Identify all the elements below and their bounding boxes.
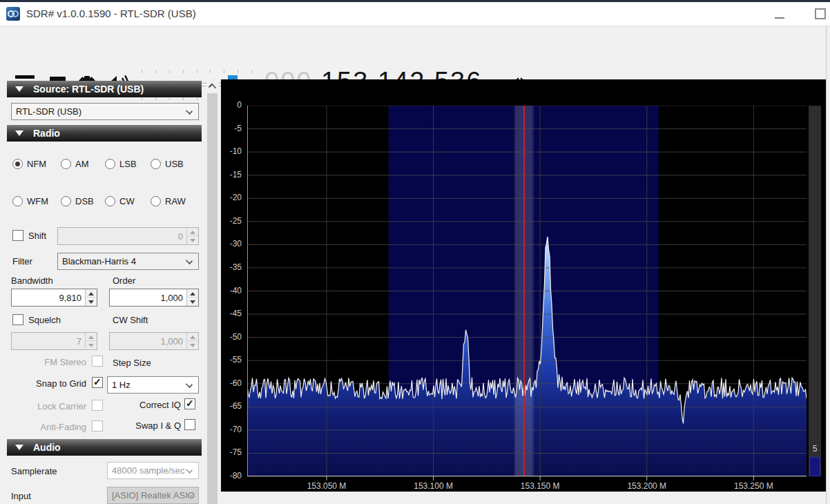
correct-iq-label: Correct IQ	[104, 400, 181, 410]
db-tick-label: 0	[237, 100, 242, 110]
source-panel-header[interactable]: Source: RTL-SDR (USB)	[7, 81, 202, 97]
mode-radio-dsb[interactable]: DSB	[61, 196, 99, 208]
cw-shift-label: CW Shift	[113, 315, 148, 325]
spectrum-db-axis: 0-5-10-15-20-25-30-35-40-45-50-55-60-65-…	[221, 106, 244, 476]
db-tick-label: -55	[230, 355, 242, 365]
squelch-field: 7	[11, 332, 97, 350]
swap-iq-checkbox[interactable]	[184, 419, 195, 430]
correct-iq-checkbox[interactable]	[184, 398, 195, 409]
audio-panel-title: Audio	[33, 442, 61, 453]
radio-button-icon[interactable]	[105, 196, 115, 206]
bandwidth-spinner[interactable]	[85, 289, 97, 306]
cw-shift-spinner	[186, 333, 198, 349]
mode-radio-cw[interactable]: CW	[105, 196, 141, 208]
radio-button-icon[interactable]	[151, 196, 161, 206]
cw-shift-value: 1,000	[160, 336, 183, 347]
db-tick-label: -30	[230, 240, 242, 249]
audio-panel-header[interactable]: Audio	[7, 439, 202, 456]
spin-up-icon	[86, 333, 97, 341]
mode-radio-am[interactable]: AM	[61, 159, 97, 171]
radio-panel-header[interactable]: Radio	[7, 125, 202, 142]
mode-radio-nfm[interactable]: NFM	[12, 159, 55, 171]
db-tick-label: -25	[230, 216, 242, 226]
shift-value: 0	[178, 231, 183, 242]
radio-button-icon[interactable]	[151, 159, 161, 169]
anti-fading-checkbox	[92, 420, 103, 432]
spin-up-icon[interactable]	[187, 289, 198, 298]
scrollbar-up-arrow-icon[interactable]	[206, 79, 218, 92]
squelch-value: 7	[77, 336, 81, 347]
spectrum-frequency-axis: 153.050 M153.100 M153.150 M153.200 M153.…	[247, 481, 807, 492]
sidebar-scrollbar[interactable]	[206, 79, 218, 504]
frequency-tick-label: 153.050 M	[307, 481, 347, 491]
samplerate-select[interactable]: 48000 sample/sec	[107, 462, 199, 479]
db-tick-label: -75	[230, 448, 242, 458]
frequency-tick-label: 153.100 M	[414, 481, 453, 491]
zoom-slider-thumb[interactable]	[809, 457, 820, 476]
squelch-checkbox[interactable]	[12, 314, 23, 325]
audio-input-select[interactable]: [ASIO] Realtek ASIO	[107, 487, 199, 504]
input-label: Input	[11, 491, 31, 501]
chevron-down-icon	[186, 467, 193, 474]
order-label: Order	[113, 275, 135, 286]
shift-label: Shift	[28, 231, 46, 241]
source-panel-title: Source: RTL-SDR (USB)	[33, 84, 144, 95]
spin-up-icon	[187, 333, 198, 341]
spectrum-display[interactable]: 0-5-10-15-20-25-30-35-40-45-50-55-60-65-…	[221, 79, 826, 492]
spectrum-zoom-slider[interactable]: 5	[809, 106, 821, 476]
db-tick-label: -65	[230, 402, 242, 411]
app-icon	[6, 7, 20, 21]
db-tick-label: -15	[230, 170, 242, 180]
step-size-value: 1 Hz	[112, 380, 131, 390]
radio-button-icon[interactable]	[61, 196, 71, 206]
mode-radio-raw[interactable]: RAW	[151, 196, 191, 208]
window-right-border	[826, 26, 830, 504]
step-size-label: Step Size	[113, 358, 151, 368]
zoom-slider-value: 5	[809, 444, 821, 454]
squelch-label: Squelch	[28, 315, 61, 325]
mode-radio-lsb[interactable]: LSB	[105, 159, 144, 171]
mode-radio-usb[interactable]: USB	[151, 159, 191, 171]
radio-button-icon[interactable]	[12, 159, 23, 169]
maximize-button[interactable]	[805, 2, 830, 24]
mode-radio-wfm[interactable]: WFM	[12, 196, 55, 208]
frequency-tick-label: 153.250 M	[734, 481, 773, 491]
spectrum-plot[interactable]	[247, 106, 807, 481]
order-spinner[interactable]	[186, 289, 198, 306]
step-size-select[interactable]: 1 Hz	[107, 376, 199, 394]
bandwidth-field[interactable]: 9,810	[11, 289, 97, 307]
swap-iq-label: Swap I & Q	[104, 420, 181, 431]
minimize-button[interactable]	[765, 2, 793, 24]
snap-to-grid-checkbox[interactable]	[92, 377, 103, 388]
samplerate-value: 48000 sample/sec	[112, 465, 185, 476]
mode-label: RAW	[165, 196, 186, 206]
db-tick-label: -40	[230, 286, 242, 295]
mode-label: USB	[165, 159, 184, 169]
chevron-down-icon	[186, 258, 193, 264]
db-tick-label: -70	[230, 425, 242, 434]
radio-button-icon[interactable]	[61, 159, 71, 169]
filter-select[interactable]: Blackman-Harris 4	[57, 253, 199, 270]
shift-checkbox[interactable]	[12, 230, 23, 241]
bandwidth-value[interactable]: 9,810	[59, 293, 81, 303]
frequency-tick-label: 153.200 M	[627, 481, 666, 491]
shift-spinner	[186, 228, 198, 244]
spin-up-icon[interactable]	[86, 289, 97, 298]
source-device-value: RTL-SDR (USB)	[16, 106, 81, 117]
source-device-select[interactable]: RTL-SDR (USB)	[11, 103, 199, 120]
window-title: SDR# v1.0.0.1590 - RTL-SDR (USB)	[26, 8, 196, 19]
lock-carrier-label: Lock Carrier	[11, 401, 86, 411]
scrollbar-thumb[interactable]	[207, 93, 218, 504]
db-tick-label: -45	[230, 309, 242, 318]
radio-button-icon[interactable]	[12, 196, 23, 206]
order-field[interactable]: 1,000	[109, 289, 199, 307]
audio-input-value: [ASIO] Realtek ASIO	[112, 490, 195, 501]
spin-down-icon	[187, 341, 198, 349]
mode-label: WFM	[27, 196, 48, 206]
spin-down-icon[interactable]	[86, 298, 97, 306]
spin-down-icon[interactable]	[187, 298, 198, 306]
spin-down-icon	[86, 341, 97, 349]
order-value[interactable]: 1,000	[160, 293, 183, 303]
db-tick-label: -50	[230, 332, 242, 342]
radio-button-icon[interactable]	[105, 159, 115, 169]
